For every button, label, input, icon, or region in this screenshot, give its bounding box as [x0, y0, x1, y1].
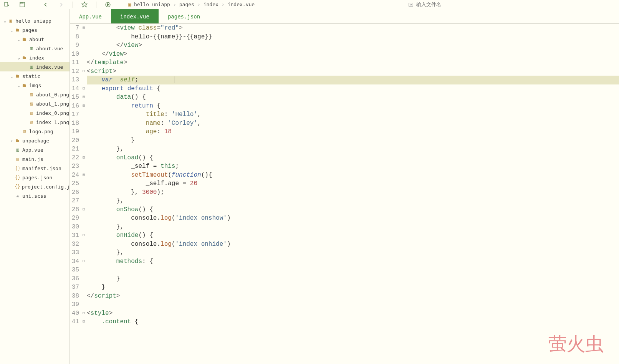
tab-label: App.vue	[79, 13, 102, 20]
tab-app-vue[interactable]: App.vue	[70, 9, 111, 23]
tree-label: project.config.json	[22, 184, 70, 190]
tab-label: index.vue	[120, 13, 149, 20]
chevron-right-icon: ›	[222, 2, 225, 7]
svg-rect-4	[21, 2, 23, 4]
tree-file[interactable]: ▧ index_0.png	[0, 108, 70, 117]
project-icon: ▣	[8, 18, 14, 24]
breadcrumb-item[interactable]: pages	[179, 2, 194, 7]
js-file-icon: ▤	[15, 156, 21, 162]
separator	[73, 2, 73, 8]
tree-label: index	[29, 55, 44, 61]
app-icon: ▣	[127, 2, 132, 7]
svg-rect-8	[409, 3, 413, 6]
svg-marker-5	[82, 2, 87, 7]
save-icon[interactable]	[18, 1, 26, 8]
chevron-down-icon	[2, 19, 8, 23]
editor-tabs: App.vue index.vue pages.json	[70, 9, 619, 24]
tree-file[interactable]: ▥ App.vue	[0, 145, 70, 154]
tree-file[interactable]: ▤ main.js	[0, 154, 70, 164]
search-input[interactable]	[416, 2, 462, 7]
chevron-down-icon	[16, 37, 22, 41]
image-file-icon: ▧	[28, 91, 35, 98]
breadcrumb: ▣ hello uniapp › pages › index › index.v…	[127, 2, 399, 7]
target-icon[interactable]	[407, 1, 415, 8]
scss-file-icon: ஃ	[15, 193, 21, 199]
tree-label: hello uniapp	[15, 18, 51, 24]
folder-icon: 🖿	[15, 27, 21, 33]
tree-file[interactable]: {} manifest.json	[0, 164, 70, 173]
line-numbers: 7891011121314151617181920212223242526272…	[70, 24, 81, 364]
svg-marker-7	[107, 3, 109, 6]
tree-file[interactable]: ▧ about_1.png	[0, 99, 70, 108]
svg-rect-0	[5, 2, 8, 6]
toolbar: ▣ hello uniapp › pages › index › index.v…	[0, 0, 619, 9]
tree-label: about_1.png	[36, 101, 69, 107]
vue-file-icon: ▥	[28, 45, 35, 51]
tree-label: main.js	[22, 156, 43, 162]
breadcrumb-label: index	[204, 2, 218, 7]
tree-file[interactable]: ▥ about.vue	[0, 44, 70, 53]
tree-file[interactable]: ▧ about_0.png	[0, 90, 70, 99]
chevron-right-icon: ›	[197, 2, 200, 7]
tree-file[interactable]: ▧ logo.png	[0, 127, 70, 136]
tree-root[interactable]: ▣ hello uniapp	[0, 16, 70, 25]
image-file-icon: ▧	[28, 110, 35, 116]
chevron-down-icon	[16, 56, 22, 60]
chevron-down-icon	[9, 28, 15, 32]
image-file-icon: ▧	[28, 101, 35, 107]
image-file-icon: ▧	[22, 128, 28, 134]
folder-icon: 🖿	[15, 73, 21, 79]
breadcrumb-label: hello uniapp	[134, 2, 170, 7]
tree-folder-static[interactable]: 🖿 static	[0, 71, 70, 81]
chevron-down-icon	[16, 83, 22, 88]
tree-label: about_0.png	[36, 92, 69, 98]
file-explorer: ▣ hello uniapp 🖿 pages 🖿 about ▥ about.v…	[0, 9, 70, 364]
run-icon[interactable]	[104, 1, 112, 8]
tree-label: static	[22, 73, 40, 79]
tab-index-vue[interactable]: index.vue	[111, 9, 159, 23]
tree-file[interactable]: ஃ uni.scss	[0, 191, 70, 200]
code-editor[interactable]: 7891011121314151617181920212223242526272…	[70, 24, 619, 364]
breadcrumb-item[interactable]: index.vue	[228, 2, 255, 7]
tree-label: unpackage	[22, 138, 49, 144]
tree-label: about.vue	[36, 46, 63, 51]
forward-icon[interactable]	[57, 1, 65, 8]
image-file-icon: ▧	[28, 119, 35, 125]
tree-folder-unpackage[interactable]: 🖿 unpackage	[0, 136, 70, 145]
tree-label: index_0.png	[36, 110, 69, 116]
star-icon[interactable]	[81, 1, 88, 8]
tree-label: index.vue	[36, 64, 63, 70]
folder-icon: 🖿	[15, 137, 21, 144]
fold-gutter: ⊟⊟⊟⊟⊟⊟⊟⊟⊟⊟⊟⊟	[81, 24, 86, 364]
breadcrumb-item[interactable]: index	[204, 2, 218, 7]
tree-label: about	[29, 36, 44, 42]
tree-folder-imgs[interactable]: 🖿 imgs	[0, 81, 70, 90]
tree-file[interactable]: ▧ index_1.png	[0, 117, 70, 127]
tab-label: pages.json	[168, 13, 200, 20]
separator	[34, 2, 34, 8]
breadcrumb-item[interactable]: ▣ hello uniapp	[127, 2, 170, 7]
tree-label: index_1.png	[36, 119, 69, 125]
back-icon[interactable]	[42, 1, 50, 8]
tree-label: uni.scss	[22, 193, 46, 199]
tree-folder-about[interactable]: 🖿 about	[0, 35, 70, 44]
tree-file-active[interactable]: ▥ index.vue	[0, 62, 70, 71]
new-file-icon[interactable]	[3, 1, 11, 8]
breadcrumb-label: index.vue	[228, 2, 255, 7]
tree-folder-index[interactable]: 🖿 index	[0, 53, 70, 62]
separator	[96, 2, 96, 8]
tree-label: pages	[22, 27, 37, 33]
folder-icon: 🖿	[22, 82, 28, 88]
tab-pages-json[interactable]: pages.json	[159, 9, 209, 23]
chevron-right-icon	[9, 139, 15, 143]
tree-folder-pages[interactable]: 🖿 pages	[0, 25, 70, 35]
tree-file[interactable]: {} project.config.json	[0, 182, 70, 191]
vue-file-icon: ▥	[28, 64, 35, 70]
tree-file[interactable]: {} pages.json	[0, 173, 70, 182]
file-search	[407, 1, 616, 8]
tree-label: logo.png	[29, 129, 53, 134]
tree-label: manifest.json	[22, 165, 61, 171]
tree-label: App.vue	[22, 147, 43, 153]
code-content[interactable]: <view class="red"> hello-{{name}}-{{age}…	[86, 24, 619, 364]
breadcrumb-label: pages	[179, 2, 194, 7]
